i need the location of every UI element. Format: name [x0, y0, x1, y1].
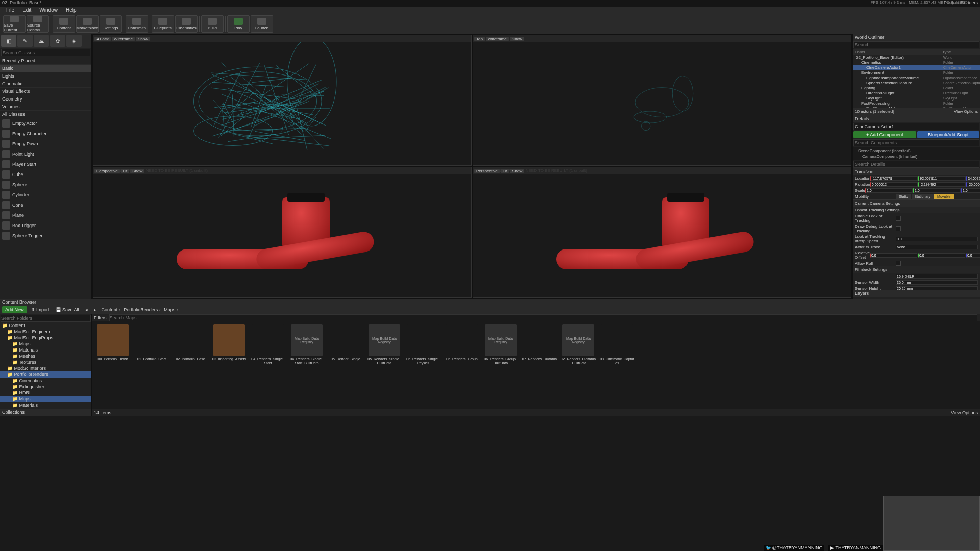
viewport-bottom-right[interactable]: Perspective Lit Show REFLECTION CAPTURES… [473, 167, 851, 298]
vp-show-dropdown[interactable]: Show [136, 37, 150, 41]
folder-tree-item[interactable]: 📁 ModSci_EngiProps [0, 335, 91, 341]
folder-tree-item[interactable]: 📁 Materials [0, 402, 91, 408]
save-button[interactable]: Save Current [3, 15, 26, 33]
modes-category[interactable]: Volumes [0, 103, 91, 111]
vp-show-dropdown[interactable]: Show [510, 169, 524, 173]
folder-tree-item[interactable]: 📁 Textures [0, 359, 91, 365]
sensor-width-input[interactable] [896, 280, 978, 285]
sensor-height-input[interactable] [896, 286, 978, 290]
component-item[interactable]: SceneComponent (Inherited) [854, 148, 979, 154]
mobility-movable[interactable]: Movable [934, 194, 953, 199]
outliner-item[interactable]: LightingFolder [853, 85, 980, 90]
asset-tile[interactable]: 02_Portfolio_Base [173, 324, 208, 406]
outliner-item[interactable]: DirectionalLightDirectionalLight [853, 90, 980, 95]
checkbox[interactable] [896, 261, 901, 266]
build-button[interactable]: Build [201, 15, 224, 33]
outliner-item[interactable]: CineCameraActor1CineCameraActor [853, 65, 980, 70]
modes-category[interactable]: Geometry [0, 95, 91, 103]
modes-actor-item[interactable]: Empty Actor [0, 118, 91, 129]
vp-back-button[interactable]: ◂ Back [94, 37, 111, 41]
modes-actor-item[interactable]: Cube [0, 169, 91, 180]
vp-show-dropdown[interactable]: Show [510, 37, 524, 41]
landscape-mode-tab[interactable]: ⛰ [34, 35, 49, 47]
vp-mode-dropdown[interactable]: Perspective [94, 169, 120, 173]
vp-mode-dropdown[interactable]: Top [474, 37, 485, 41]
checkbox[interactable] [896, 216, 901, 221]
folder-tree-item[interactable]: 📁 ModSciInteriors [0, 365, 91, 371]
outliner-item[interactable]: SkyLightSkyLight [853, 95, 980, 101]
foliage-mode-tab[interactable]: ✿ [50, 35, 65, 47]
folder-tree-item[interactable]: 📁 HDRI [0, 390, 91, 396]
filmback-preset[interactable] [896, 274, 978, 279]
path-segment[interactable]: PortfolioRenders [122, 307, 162, 312]
asset-tile[interactable]: 07_Renders_Diorama [522, 324, 557, 406]
save-all-button[interactable]: 💾 Save All [54, 307, 81, 313]
cinematics-button[interactable]: Cinematics [175, 15, 198, 33]
modes-actor-item[interactable]: Player Start [0, 159, 91, 169]
vp-mode-dropdown[interactable]: Wireframe [112, 37, 135, 41]
asset-tile[interactable]: Map Build Data Registry05_Renders_Single… [366, 324, 402, 406]
vp-view-dropdown[interactable]: Wireframe [486, 37, 509, 41]
modes-actor-item[interactable]: Sphere [0, 180, 91, 190]
menu-help[interactable]: Help [62, 7, 81, 14]
launch-button[interactable]: Launch [251, 15, 273, 33]
outliner-search-input[interactable] [853, 41, 979, 48]
edit-blueprint-button[interactable]: Blueprint/Add Script [917, 131, 980, 138]
forward-nav-button[interactable]: ▸ [92, 307, 99, 313]
add-new-button[interactable]: Add New [2, 306, 27, 313]
add-component-button[interactable]: + Add Component [853, 131, 916, 138]
modes-actor-item[interactable]: Cylinder [0, 190, 91, 200]
outliner-item[interactable]: 02_Portfolio_Base (Editor)World [853, 55, 980, 60]
mobility-stationary[interactable]: Stationary [912, 194, 934, 199]
marketplace-button[interactable]: Marketplace [76, 15, 99, 33]
filters-button[interactable]: Filters [94, 315, 107, 320]
place-mode-tab[interactable]: ◧ [1, 35, 16, 47]
path-segment[interactable]: Content [101, 307, 121, 312]
viewport-top-right[interactable]: Top Wireframe Show [473, 35, 851, 166]
asset-tile[interactable]: 01_Portfolio_Start [134, 324, 169, 406]
modes-category[interactable]: Basic [0, 65, 91, 72]
scale-y-input[interactable] [913, 188, 961, 193]
folder-tree-item[interactable]: 📁 ModSci_Engineer [0, 329, 91, 335]
geometry-mode-tab[interactable]: ◈ [66, 35, 82, 47]
search-details-input[interactable] [853, 161, 979, 168]
outliner-item[interactable]: SphereReflectionCaptureSphereReflectionC… [853, 80, 980, 85]
asset-tile[interactable]: 03_Importing_Assets [211, 324, 247, 406]
modes-actor-item[interactable]: Empty Character [0, 129, 91, 139]
folder-tree-item[interactable]: 📁 Meshes [0, 353, 91, 359]
location-x-input[interactable] [870, 176, 918, 181]
vp-mode-dropdown[interactable]: Perspective [474, 169, 500, 173]
camera-section[interactable]: Current Camera Settings [853, 200, 980, 207]
blueprints-button[interactable]: Blueprints [152, 15, 174, 33]
vp-show-dropdown[interactable]: Show [130, 169, 144, 173]
modes-search-input[interactable] [1, 49, 90, 56]
collections-header[interactable]: Collections [0, 409, 91, 416]
vp-view-dropdown[interactable]: Lit [121, 169, 129, 173]
menu-edit[interactable]: Edit [18, 7, 35, 14]
location-y-input[interactable] [918, 176, 966, 181]
modes-category[interactable]: Recently Placed [0, 57, 91, 65]
folder-tree-item[interactable]: 📁 Extinguisher [0, 384, 91, 390]
folder-tree-item[interactable]: 📁 PortfolioRenders [0, 371, 91, 378]
play-button[interactable]: Play [227, 15, 250, 33]
scale-z-input[interactable] [961, 188, 980, 193]
folder-tree-item[interactable]: 📁 Content [0, 322, 91, 329]
modes-category[interactable]: Visual Effects [0, 88, 91, 95]
outliner-item[interactable]: EnvironmentFolder [853, 70, 980, 75]
asset-tile[interactable]: 05_Render_Single [328, 324, 363, 406]
folder-tree-item[interactable]: 📁 Materials [0, 347, 91, 353]
view-options-button[interactable]: View Options [951, 410, 978, 415]
modes-actor-item[interactable]: Cone [0, 200, 91, 210]
asset-tile[interactable]: 04_Renders_Single_Start [250, 324, 286, 406]
folder-tree-item[interactable]: 📁 Maps [0, 396, 91, 402]
paint-mode-tab[interactable]: ✎ [17, 35, 33, 47]
search-components-input[interactable] [853, 139, 979, 146]
content-browser-tab[interactable]: Content Browser [0, 299, 980, 305]
folder-tree-item[interactable]: 📁 Maps [0, 341, 91, 347]
outliner-item[interactable]: PostProcessingFolder [853, 101, 980, 106]
modes-category[interactable]: All Classes [0, 111, 91, 118]
viewport-top-left[interactable]: ◂ Back Wireframe Show [93, 35, 472, 166]
modes-category[interactable]: Lights [0, 72, 91, 80]
modes-actor-item[interactable]: Box Trigger [0, 220, 91, 231]
asset-tile[interactable]: 06_Renders_Single_Physics [405, 324, 441, 406]
